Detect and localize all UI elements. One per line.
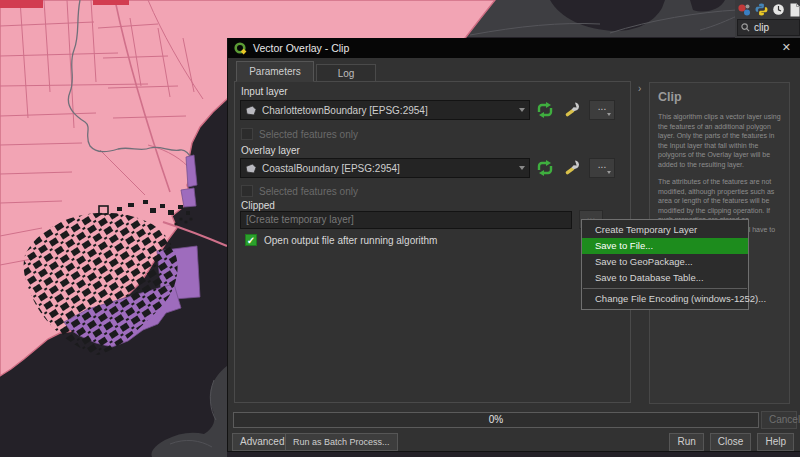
chevron-down-icon [519,108,525,112]
iterate-icon [535,101,555,119]
menu-separator [583,288,747,289]
processing-icon[interactable] [737,2,751,17]
help-paragraph: This algorithm clips a vector layer usin… [658,112,781,169]
qgis-logo-icon [234,42,247,55]
input-selected-only-checkbox[interactable] [241,128,253,140]
iterate-over-layer-button[interactable] [534,158,556,178]
overlay-selected-only-label: Selected features only [259,186,358,197]
dialog-titlebar[interactable]: Vector Overlay - Clip ✕ [228,38,800,58]
chevron-down-icon [607,171,611,174]
menu-item-create-temporary-layer[interactable]: Create Temporary Layer [582,222,748,238]
overlay-layer-value: CoastalBoundary [EPSG:2954] [262,163,514,174]
input-layer-label: Input layer [241,86,288,97]
clipped-label: Clipped [241,200,275,211]
input-selected-only-label: Selected features only [259,129,358,140]
menu-item-save-to-geopackage[interactable]: Save to GeoPackage... [582,254,748,270]
overlay-selected-only-checkbox[interactable] [241,185,253,197]
menu-item-change-file-encoding[interactable]: Change File Encoding (windows-1252)... [582,291,748,307]
screen: clip Vector Overlay - Clip ✕ Parameters … [0,0,800,457]
overlay-layer-label: Overlay layer [241,145,300,156]
help-title: Clip [658,90,781,104]
open-output-checkbox[interactable]: ✓ [245,234,257,246]
dialog-title: Vector Overlay - Clip [253,42,349,54]
run-as-batch-button[interactable]: Run as Batch Process... [285,433,398,451]
iterate-icon [535,159,555,177]
vector-overlay-clip-dialog: Vector Overlay - Clip ✕ Parameters Log I… [227,38,800,452]
polygon-layer-icon [245,105,257,116]
progress-bar: 0% [233,412,759,428]
help-button[interactable]: Help [757,433,794,451]
wrench-icon [563,101,582,119]
open-output-label: Open output file after running algorithm [264,235,437,246]
input-layer-options-button[interactable]: ... [589,100,615,120]
menu-item-save-to-file[interactable]: Save to File... [582,238,748,254]
tab-log[interactable]: Log [316,64,376,82]
overlay-layer-options-button[interactable]: ... [589,158,615,178]
run-button[interactable]: Run [669,433,703,451]
qgis-toolbar-panel: clip [735,0,800,38]
chevron-down-icon [607,113,611,116]
python-icon[interactable] [754,2,768,17]
chevron-down-icon [519,166,525,170]
document-icon[interactable] [788,2,800,17]
menu-item-save-to-database-table[interactable]: Save to Database Table... [582,270,748,286]
wrench-icon [563,159,582,177]
clock-icon[interactable] [771,2,785,17]
close-icon[interactable]: ✕ [782,41,791,54]
search-icon [741,23,750,32]
output-context-menu: Create Temporary Layer Save to File... S… [581,219,749,310]
clipped-output-input[interactable]: [Create temporary layer] [240,211,572,229]
locator-search-input[interactable]: clip [737,19,800,36]
polygon-layer-icon [245,163,257,174]
input-layer-combobox[interactable]: CharlottetownBoundary [EPSG:2954] [240,100,530,120]
iterate-over-layer-button[interactable] [534,100,556,120]
advanced-options-button[interactable] [561,158,583,178]
tab-parameters[interactable]: Parameters [236,61,314,82]
close-button[interactable]: Close [710,433,752,451]
input-layer-value: CharlottetownBoundary [EPSG:2954] [262,105,514,116]
check-icon: ✓ [247,235,255,246]
search-value: clip [754,22,769,33]
cancel-button[interactable]: Cancel [761,411,797,429]
overlay-layer-combobox[interactable]: CoastalBoundary [EPSG:2954] [240,158,530,178]
advanced-options-button[interactable] [561,100,583,120]
panel-collapse-icon[interactable]: › [638,83,641,94]
